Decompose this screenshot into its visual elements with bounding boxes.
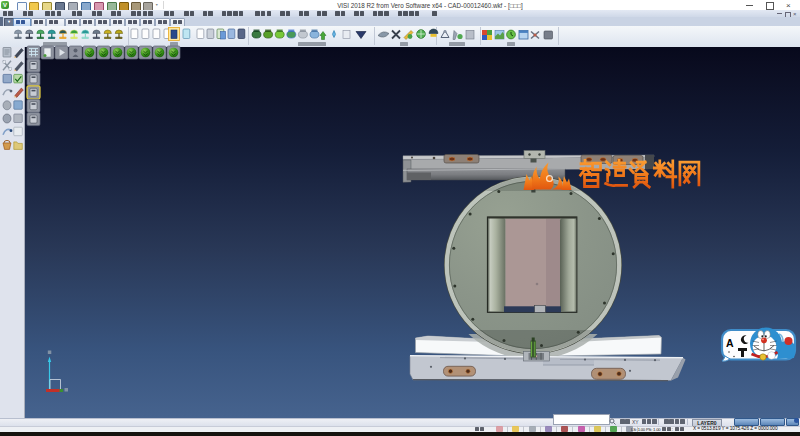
svg-text:A: A: [726, 337, 734, 349]
